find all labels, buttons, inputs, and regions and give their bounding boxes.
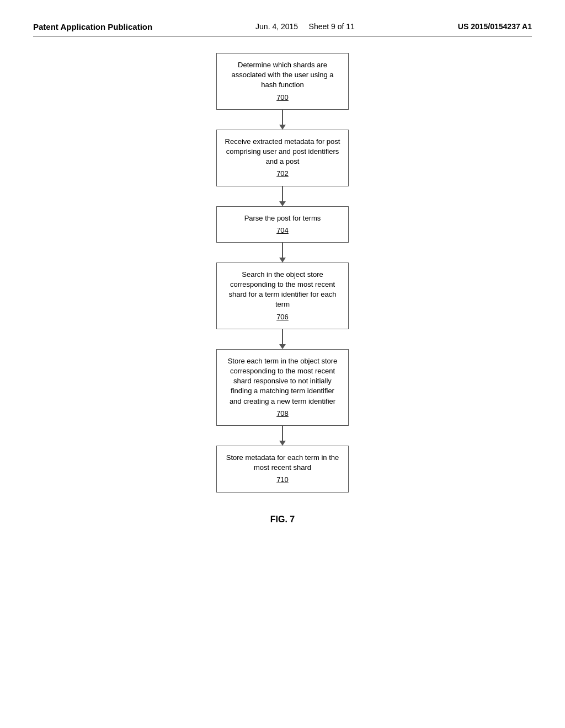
- flow-box-704: Parse the post for terms 704: [216, 206, 349, 243]
- arrow-4: [279, 329, 286, 349]
- header-right: US 2015/0154237 A1: [458, 22, 532, 31]
- flow-box-704-text: Parse the post for terms: [244, 214, 321, 222]
- arrow-3: [279, 243, 286, 263]
- flow-box-702-text: Receive extracted metadata for post comp…: [225, 137, 340, 165]
- arrow-head-5: [279, 441, 286, 446]
- arrow-head-2: [279, 201, 286, 206]
- flow-box-708-text: Store each term in the object store corr…: [228, 357, 338, 405]
- flow-box-708: Store each term in the object store corr…: [216, 349, 349, 426]
- figure-label: FIG. 7: [33, 515, 532, 524]
- arrow-1: [279, 110, 286, 130]
- arrow-line-2: [282, 186, 283, 201]
- header: Patent Application Publication Jun. 4, 2…: [33, 22, 532, 36]
- flow-box-704-ref: 704: [225, 226, 340, 235]
- flow-box-706-ref: 706: [225, 312, 340, 322]
- flow-box-710-ref: 710: [225, 475, 340, 485]
- arrow-head-3: [279, 258, 286, 263]
- arrow-line-1: [282, 110, 283, 125]
- arrow-head-1: [279, 125, 286, 130]
- flow-box-708-ref: 708: [225, 409, 340, 419]
- flow-box-700-ref: 700: [225, 93, 340, 103]
- flow-box-702-ref: 702: [225, 169, 340, 179]
- flow-box-706-text: Search in the object store corresponding…: [228, 270, 336, 309]
- arrow-line-5: [282, 426, 283, 441]
- flow-box-710-text: Store metadata for each term in the most…: [226, 453, 339, 472]
- arrow-line-4: [282, 329, 283, 344]
- arrow-5: [279, 426, 286, 446]
- arrow-line-3: [282, 243, 283, 258]
- header-sheet: Sheet 9 of 11: [309, 22, 355, 31]
- flow-box-700: Determine which shards are associated wi…: [216, 53, 349, 110]
- flowchart: Determine which shards are associated wi…: [33, 53, 532, 493]
- flow-box-702: Receive extracted metadata for post comp…: [216, 130, 349, 186]
- flow-box-706: Search in the object store corresponding…: [216, 263, 349, 329]
- arrow-2: [279, 186, 286, 206]
- header-left: Patent Application Publication: [33, 22, 152, 31]
- flow-box-700-text: Determine which shards are associated wi…: [232, 61, 334, 89]
- arrow-head-4: [279, 344, 286, 349]
- header-center: Jun. 4, 2015 Sheet 9 of 11: [255, 22, 355, 31]
- page: Patent Application Publication Jun. 4, 2…: [0, 0, 565, 728]
- flow-box-710: Store metadata for each term in the most…: [216, 446, 349, 493]
- header-date: Jun. 4, 2015: [255, 22, 298, 31]
